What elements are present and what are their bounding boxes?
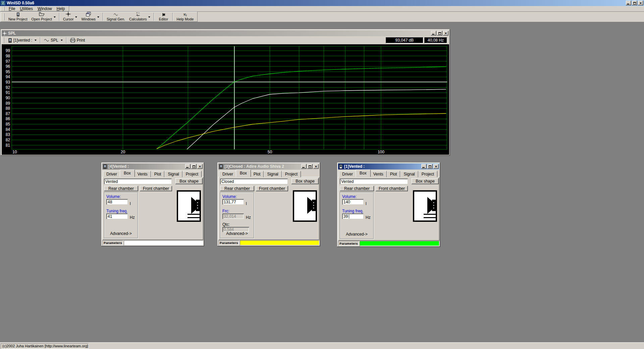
spl-chart[interactable]: 9998979695949392919089888786858483828110… (2, 44, 449, 155)
advanced-link[interactable]: Advanced-> (220, 231, 254, 236)
svg-text:84: 84 (6, 127, 10, 132)
front-chamber-button[interactable]: Front chamber (140, 186, 172, 191)
parameters-tab[interactable]: Parameters (102, 240, 123, 245)
svg-text:100: 100 (378, 150, 384, 154)
maximize-icon[interactable] (191, 164, 197, 169)
minimize-icon[interactable] (301, 164, 307, 169)
signal-gen-button[interactable]: Signal Gen. (105, 12, 127, 21)
tuning-freq-input[interactable] (106, 213, 128, 219)
tab-signal[interactable]: Signal (264, 171, 281, 177)
maximize-icon[interactable] (437, 31, 442, 36)
dropdown-arrow-icon[interactable] (61, 40, 63, 41)
menu-window[interactable]: Window (35, 6, 54, 11)
rear-chamber-button[interactable]: Rear chamber (220, 186, 254, 191)
spl-window[interactable]: SPL × [1]vented : SP (1, 29, 450, 156)
tab-vents[interactable]: Vents (134, 171, 151, 177)
svg-text:99: 99 (6, 48, 10, 53)
box-type-field[interactable] (220, 179, 288, 184)
tab-driver[interactable]: Driver (219, 171, 236, 177)
tab-vents[interactable]: Vents (370, 171, 387, 177)
menu-file[interactable]: File (6, 6, 17, 11)
param-window-4-vented[interactable]: [4]Vented : × DriverBoxVentsPlotSignalPr… (101, 162, 204, 246)
param-title-bar[interactable]: [1]Vented : × (338, 163, 439, 169)
dropdown-arrow-icon[interactable] (97, 16, 99, 18)
spl-title-bar[interactable]: SPL × (2, 30, 449, 36)
rear-chamber-button[interactable]: Rear chamber (104, 186, 138, 191)
menu-utilities[interactable]: Utilities (17, 6, 35, 11)
advanced-link[interactable]: Advanced-> (104, 231, 138, 236)
volume-input[interactable] (222, 199, 244, 205)
close-icon[interactable]: × (433, 164, 439, 169)
close-icon[interactable]: × (313, 164, 319, 169)
box-shape-button[interactable]: Box shape (412, 178, 439, 184)
drag-grip[interactable] (3, 13, 4, 20)
tab-plot[interactable]: Plot (387, 171, 400, 177)
minimize-icon[interactable] (421, 164, 427, 169)
tab-box[interactable]: Box (236, 169, 251, 177)
volume-input[interactable] (106, 199, 128, 205)
box-type-field[interactable] (104, 179, 172, 184)
spl-plot-area[interactable]: 9998979695949392919089888786858483828110… (2, 44, 449, 155)
front-chamber-button[interactable]: Front chamber (376, 186, 408, 191)
tuning-freq-input[interactable] (342, 213, 364, 219)
tab-box[interactable]: Box (120, 169, 135, 177)
tab-project[interactable]: Project (418, 171, 437, 177)
param-window-3-closed[interactable]: [3]Closed : Adire Audio Shiva 2 × Driver… (217, 162, 320, 246)
svg-text:−: − (138, 11, 140, 14)
box-shape-button[interactable]: Box shape (175, 178, 203, 184)
dropdown-arrow-icon[interactable] (148, 16, 150, 18)
main-title-bar[interactable]: WinISD 0.50a6 × (0, 0, 644, 6)
advanced-link[interactable]: Advanced-> (340, 232, 373, 237)
drag-grip[interactable] (3, 7, 4, 10)
qtc-label: Qtc: (222, 222, 230, 227)
minimize-icon[interactable] (185, 164, 191, 169)
maximize-icon[interactable] (632, 1, 637, 5)
project-selector[interactable]: [1]vented : (6, 37, 39, 43)
close-icon[interactable]: × (443, 31, 448, 36)
tab-plot[interactable]: Plot (151, 171, 165, 177)
toolbar-separator (66, 37, 67, 43)
help-mode-icon: ? (182, 12, 188, 17)
param-title-bar[interactable]: [4]Vented : × (102, 163, 203, 169)
volume-input[interactable] (342, 199, 364, 205)
dropdown-arrow-icon[interactable] (35, 40, 37, 41)
print-button[interactable]: Print (68, 37, 87, 43)
param-title-bar[interactable]: [3]Closed : Adire Audio Shiva 2 × (218, 163, 319, 169)
windows-button[interactable]: Windows (79, 12, 101, 21)
tab-plot[interactable]: Plot (250, 171, 264, 177)
tab-signal[interactable]: Signal (400, 171, 418, 177)
dropdown-arrow-icon[interactable] (54, 16, 56, 18)
calculators-button[interactable]: + − Calculators (127, 12, 153, 21)
rear-chamber-button[interactable]: Rear chamber (340, 186, 374, 191)
box-shape-button[interactable]: Box shape (291, 178, 319, 184)
menu-help[interactable]: Help (54, 6, 67, 11)
maximize-icon[interactable] (307, 164, 313, 169)
tab-signal[interactable]: Signal (164, 171, 182, 177)
box-type-field[interactable] (340, 179, 408, 184)
close-icon[interactable]: × (638, 1, 643, 5)
front-chamber-button[interactable]: Front chamber (256, 186, 288, 191)
minimize-icon[interactable] (626, 1, 631, 5)
param-window-1-vented[interactable]: [1]Vented : × DriverBoxVentsPlotSignalPr… (337, 162, 440, 247)
open-project-button[interactable]: Open Project (30, 12, 58, 21)
dropdown-arrow-icon[interactable] (75, 16, 77, 18)
drag-grip[interactable] (3, 37, 4, 43)
tab-box[interactable]: Box (356, 169, 371, 177)
close-icon[interactable]: × (197, 164, 203, 169)
minimize-icon[interactable] (431, 31, 436, 36)
parameters-tab[interactable]: Parameters (338, 241, 359, 246)
app-icon (1, 1, 5, 5)
tab-project[interactable]: Project (282, 171, 301, 177)
parameters-tab[interactable]: Parameters (218, 240, 239, 245)
maximize-icon[interactable] (427, 164, 433, 169)
new-project-button[interactable]: New Project (6, 12, 30, 21)
help-mode-button[interactable]: ? Help Mode (174, 12, 196, 21)
cursor-button[interactable]: Cursor (61, 12, 79, 21)
graph-type-selector[interactable]: SPL (42, 37, 65, 43)
main-toolbar: New Project Open Project Cursor (0, 12, 644, 22)
tab-project[interactable]: Project (182, 171, 202, 177)
tab-driver[interactable]: Driver (103, 171, 120, 177)
cursor-db-readout: 93,047 dB (386, 37, 423, 43)
tab-driver[interactable]: Driver (339, 171, 356, 177)
editor-button[interactable]: Editor (156, 12, 171, 21)
